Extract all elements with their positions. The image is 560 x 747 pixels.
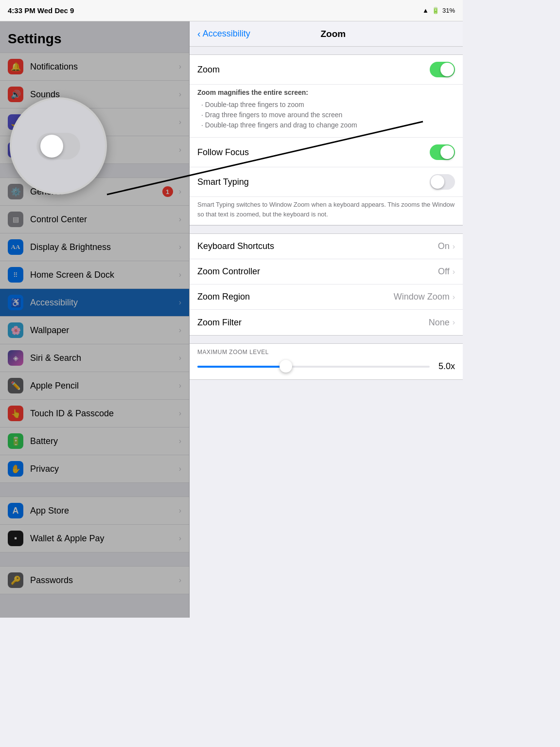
wallet-label: Wallet & Apple Pay bbox=[30, 534, 177, 544]
chevron-icon: › bbox=[179, 187, 181, 196]
back-chevron-icon: ‹ bbox=[197, 28, 201, 39]
privacy-icon: ✋ bbox=[8, 461, 23, 477]
detail-title: Zoom bbox=[250, 29, 416, 39]
smart-typing-row: Smart Typing bbox=[190, 167, 463, 197]
zoom-controller-row[interactable]: Zoom Controller Off › bbox=[190, 259, 463, 285]
detail-panel: ‹ Accessibility Zoom Zoom Zoom magnifies… bbox=[190, 21, 463, 618]
passwords-label: Passwords bbox=[30, 575, 177, 586]
detail-nav: ‹ Accessibility Zoom bbox=[190, 21, 463, 47]
chevron-icon: › bbox=[179, 437, 181, 445]
section-gap-3 bbox=[0, 552, 189, 566]
slider-track[interactable] bbox=[197, 366, 430, 368]
chevron-icon: › bbox=[179, 243, 181, 251]
status-bar: 4:33 PM Wed Dec 9 ▲ 🔋 31% bbox=[0, 0, 463, 21]
sidebar-item-general[interactable]: ⚙️ General 1 › bbox=[0, 178, 189, 206]
home-screen-icon: ⠿ bbox=[8, 267, 23, 283]
zoom-desc-item-3: Double-tap three fingers and drag to cha… bbox=[201, 120, 455, 130]
sidebar-item-wallet[interactable]: ▪ Wallet & Apple Pay › bbox=[0, 525, 189, 552]
chevron-icon: › bbox=[179, 506, 181, 515]
follow-focus-label: Follow Focus bbox=[197, 147, 430, 158]
battery-percent: 31% bbox=[442, 7, 455, 14]
max-zoom-container: MAXIMUM ZOOM LEVEL 5.0x bbox=[190, 343, 463, 380]
max-zoom-label: MAXIMUM ZOOM LEVEL bbox=[197, 349, 455, 356]
sidebar-item-pencil[interactable]: ✏️ Apple Pencil › bbox=[0, 372, 189, 400]
follow-focus-toggle[interactable] bbox=[430, 144, 455, 160]
zoom-toggle[interactable] bbox=[430, 62, 455, 77]
pencil-label: Apple Pencil bbox=[30, 381, 177, 391]
sidebar-item-privacy[interactable]: ✋ Privacy › bbox=[0, 455, 189, 483]
keyboard-shortcuts-value: On bbox=[438, 241, 450, 251]
control-center-label: Control Center bbox=[30, 214, 177, 225]
chevron-icon: › bbox=[453, 318, 455, 327]
sidebar: Settings 🔔 Notifications › 🔊 Sounds › 🌙 … bbox=[0, 21, 190, 618]
smart-typing-thumb bbox=[431, 175, 444, 189]
sidebar-item-sounds[interactable]: 🔊 Sounds › bbox=[0, 81, 189, 108]
display-icon: AA bbox=[8, 239, 23, 255]
app-store-icon: A bbox=[8, 503, 23, 518]
wallpaper-icon: 🌸 bbox=[8, 322, 23, 338]
sidebar-item-accessibility[interactable]: ♿ Accessibility › bbox=[0, 289, 189, 317]
chevron-icon: › bbox=[179, 409, 181, 418]
sidebar-section-1: 🔔 Notifications › 🔊 Sounds › 🌙 Do Not Di… bbox=[0, 53, 189, 164]
slider-thumb[interactable] bbox=[280, 360, 292, 373]
sidebar-item-touch-id[interactable]: 👆 Touch ID & Passcode › bbox=[0, 400, 189, 427]
siri-label: Siri & Search bbox=[30, 353, 177, 363]
notifications-label: Notifications bbox=[30, 62, 177, 72]
sidebar-item-control-center[interactable]: ▤ Control Center › bbox=[0, 206, 189, 233]
sidebar-item-screen-time[interactable]: ⏱ Screen Time › bbox=[0, 136, 189, 164]
zoom-desc-heading: Zoom magnifies the entire screen: bbox=[197, 89, 308, 96]
sidebar-item-dnd[interactable]: 🌙 Do Not Disturb › bbox=[0, 108, 189, 136]
smart-typing-toggle[interactable] bbox=[430, 174, 455, 190]
sidebar-item-passwords[interactable]: 🔑 Passwords › bbox=[0, 566, 189, 594]
options-card: Keyboard Shortcuts On › Zoom Controller … bbox=[190, 233, 463, 336]
accessibility-label: Accessibility bbox=[30, 298, 177, 308]
chevron-icon: › bbox=[179, 534, 181, 543]
sidebar-item-display[interactable]: AA Display & Brightness › bbox=[0, 233, 189, 261]
passwords-icon: 🔑 bbox=[8, 572, 23, 588]
zoom-region-row[interactable]: Zoom Region Window Zoom › bbox=[190, 285, 463, 310]
accessibility-icon: ♿ bbox=[8, 295, 23, 310]
back-label: Accessibility bbox=[203, 29, 250, 39]
chevron-icon: › bbox=[179, 215, 181, 224]
zoom-filter-row[interactable]: Zoom Filter None › bbox=[190, 310, 463, 335]
slider-row: 5.0x bbox=[197, 361, 455, 372]
sidebar-section-2: ⚙️ General 1 › ▤ Control Center › AA Dis… bbox=[0, 178, 189, 483]
chevron-icon: › bbox=[179, 118, 181, 126]
smart-typing-desc: Smart Typing switches to Window Zoom whe… bbox=[190, 197, 463, 225]
notifications-icon: 🔔 bbox=[8, 59, 23, 74]
screen-time-icon: ⏱ bbox=[8, 142, 23, 158]
zoom-filter-label: Zoom Filter bbox=[197, 318, 429, 328]
sidebar-item-home-screen[interactable]: ⠿ Home Screen & Dock › bbox=[0, 261, 189, 289]
general-icon: ⚙️ bbox=[8, 184, 23, 199]
slider-value: 5.0x bbox=[436, 361, 455, 372]
chevron-icon: › bbox=[179, 298, 181, 307]
general-badge: 1 bbox=[162, 186, 173, 197]
sidebar-item-wallpaper[interactable]: 🌸 Wallpaper › bbox=[0, 317, 189, 344]
zoom-region-label: Zoom Region bbox=[197, 292, 394, 302]
chevron-icon: › bbox=[453, 293, 455, 302]
zoom-desc-item-2: Drag three fingers to move around the sc… bbox=[201, 110, 455, 120]
touch-id-label: Touch ID & Passcode bbox=[30, 409, 177, 419]
follow-focus-thumb bbox=[440, 145, 454, 159]
sidebar-item-siri[interactable]: ◈ Siri & Search › bbox=[0, 344, 189, 372]
sidebar-section-3: A App Store › ▪ Wallet & Apple Pay › bbox=[0, 497, 189, 552]
zoom-toggle-row: Zoom bbox=[190, 55, 463, 85]
smart-typing-label: Smart Typing bbox=[197, 177, 430, 187]
back-button[interactable]: ‹ Accessibility bbox=[197, 28, 250, 39]
sidebar-title: Settings bbox=[0, 21, 189, 53]
dnd-label: Do Not Disturb bbox=[30, 117, 177, 127]
chevron-icon: › bbox=[453, 242, 455, 251]
sidebar-item-notifications[interactable]: 🔔 Notifications › bbox=[0, 53, 189, 81]
battery-icon: 🔋 bbox=[8, 433, 23, 449]
sidebar-item-battery[interactable]: 🔋 Battery › bbox=[0, 427, 189, 455]
follow-focus-row: Follow Focus bbox=[190, 138, 463, 167]
zoom-controller-value: Off bbox=[438, 267, 450, 277]
dnd-icon: 🌙 bbox=[8, 114, 23, 130]
keyboard-shortcuts-row[interactable]: Keyboard Shortcuts On › bbox=[190, 234, 463, 259]
privacy-label: Privacy bbox=[30, 464, 177, 474]
status-time: 4:33 PM Wed Dec 9 bbox=[8, 6, 74, 15]
sounds-label: Sounds bbox=[30, 89, 177, 100]
control-center-icon: ▤ bbox=[8, 212, 23, 227]
status-icons: ▲ 🔋 31% bbox=[422, 7, 455, 14]
sidebar-item-app-store[interactable]: A App Store › bbox=[0, 497, 189, 525]
